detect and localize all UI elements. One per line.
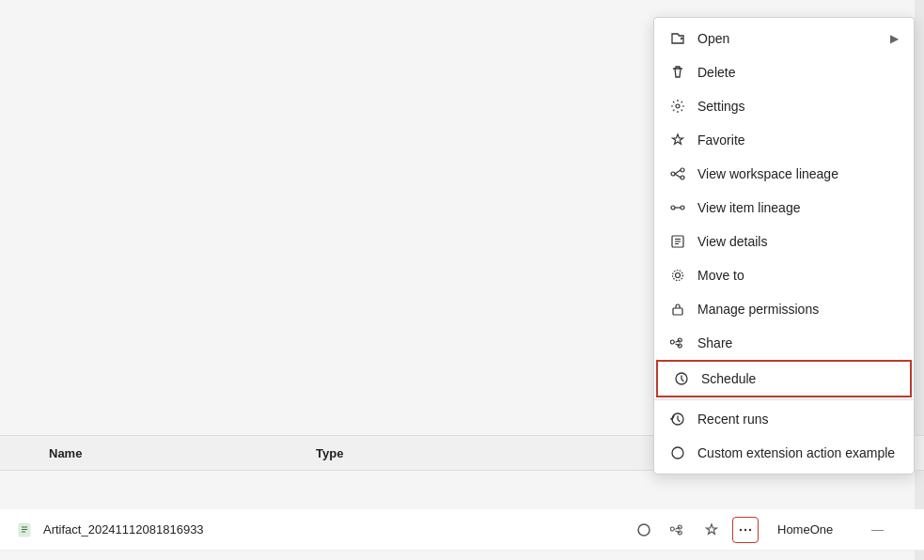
svg-point-13 (681, 176, 684, 179)
item-lineage-icon (669, 199, 686, 216)
svg-point-27 (672, 447, 683, 459)
menu-item-move-to[interactable]: Move to (654, 258, 914, 292)
share-icon (669, 334, 686, 351)
favorite-action-btn[interactable] (698, 517, 725, 543)
menu-label-recent-runs: Recent runs (697, 412, 899, 427)
menu-item-settings[interactable]: Settings (654, 89, 914, 123)
menu-item-favorite[interactable]: Favorite (654, 123, 914, 157)
notebook-icon (15, 521, 34, 539)
svg-point-10 (676, 104, 680, 108)
recent-runs-icon (669, 411, 686, 428)
permissions-icon (669, 301, 686, 318)
menu-label-delete: Delete (697, 65, 899, 80)
right-strip (915, 0, 924, 560)
menu-item-schedule[interactable]: Schedule (656, 360, 912, 397)
col-name: Name (15, 446, 316, 460)
lineage-icon (669, 165, 686, 182)
artifact-name: Artifact_20241112081816933 (43, 522, 306, 537)
svg-point-4 (638, 524, 650, 536)
svg-point-14 (671, 206, 675, 210)
menu-divider (654, 399, 914, 400)
menu-label-share: Share (697, 335, 899, 350)
menu-item-manage-permissions[interactable]: Manage permissions (654, 292, 914, 326)
more-actions-btn[interactable] (732, 517, 759, 543)
svg-point-20 (676, 273, 681, 278)
menu-item-open[interactable]: Open ▶ (654, 22, 914, 55)
table-row: Artifact_20241112081816933 (0, 509, 924, 551)
svg-point-8 (744, 528, 746, 530)
menu-label-settings: Settings (697, 99, 899, 114)
workspace-label: HomeOne (777, 522, 871, 537)
favorite-icon (669, 132, 686, 148)
schedule-icon (673, 370, 690, 387)
submenu-chevron: ▶ (890, 32, 899, 45)
menu-item-share[interactable]: Share (654, 326, 914, 360)
menu-label-open: Open (697, 31, 879, 46)
svg-point-12 (681, 168, 684, 172)
menu-label-schedule: Schedule (701, 371, 895, 386)
menu-item-view-details[interactable]: View details (654, 225, 914, 258)
menu-item-delete[interactable]: Delete (654, 55, 914, 89)
menu-label-move-to: Move to (697, 268, 899, 283)
settings-icon (669, 98, 686, 115)
menu-item-view-item-lineage[interactable]: View item lineage (654, 191, 914, 225)
svg-point-9 (749, 528, 751, 530)
open-icon (669, 30, 686, 47)
svg-point-7 (740, 528, 742, 530)
share-action-btn[interactable] (665, 517, 691, 543)
menu-label-view-details: View details (697, 234, 899, 249)
move-icon (669, 267, 686, 284)
menu-label-favorite: Favorite (697, 132, 899, 148)
col-type: Type (316, 446, 343, 460)
custom-icon (669, 444, 686, 461)
menu-item-custom-extension[interactable]: Custom extension action example (654, 436, 914, 470)
svg-point-21 (673, 271, 683, 281)
svg-rect-22 (673, 308, 682, 315)
menu-label-workspace-lineage: View workspace lineage (697, 166, 899, 181)
menu-item-view-workspace-lineage[interactable]: View workspace lineage (654, 157, 914, 191)
svg-point-11 (671, 172, 675, 176)
row-actions (631, 517, 759, 543)
dash-label: — (871, 522, 909, 537)
details-icon (669, 233, 686, 250)
menu-label-custom-extension: Custom extension action example (697, 445, 899, 460)
menu-item-recent-runs[interactable]: Recent runs (654, 402, 914, 436)
menu-label-item-lineage: View item lineage (697, 200, 899, 215)
circle-action-btn[interactable] (631, 517, 657, 543)
svg-point-15 (681, 206, 684, 210)
delete-icon (669, 64, 686, 81)
context-menu: Open ▶ Delete Settings Favorite (653, 17, 915, 474)
menu-label-manage-permissions: Manage permissions (697, 302, 899, 317)
